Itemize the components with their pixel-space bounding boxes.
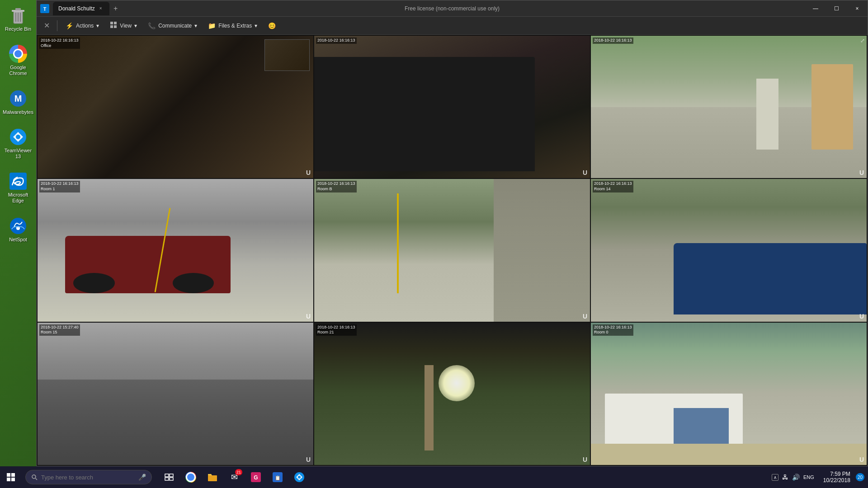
desktop-icon-chrome[interactable]: Google Chrome [1,43,35,78]
tab-close-button[interactable]: × [98,5,104,12]
cam-3-timestamp: 2018-10-22 16:16:13 [593,38,633,44]
edge-icon [9,172,27,190]
svg-rect-18 [114,25,117,28]
desktop-icon-recycle-bin[interactable]: Recycle Bin [1,5,35,34]
svg-rect-2 [15,8,21,10]
cam-1-inset [264,39,310,71]
cam-9-logo: U [859,456,864,463]
smiley-button[interactable]: 😊 [264,19,280,33]
cam-2-logo: U [583,169,587,176]
taskbar: 🎤 ✉ 21 [0,466,868,488]
cam-3-expand[interactable]: ⤢ [860,38,865,44]
camera-cell-1[interactable]: 2018-10-22 16:16:13Office U [38,36,313,178]
minimize-button[interactable]: — [805,0,826,17]
communicate-button[interactable]: 📞 Communicate ▾ [143,19,202,33]
taskbar-mail[interactable]: ✉ 21 [224,467,244,487]
camera-cell-7[interactable]: 2018-10-22 15:27:40Room 15 U [38,323,313,465]
desktop-icon-netspot[interactable]: NetSpot [1,215,35,244]
search-bar[interactable]: 🎤 [25,470,152,484]
taskbar-apps: ✉ 21 G 📋 [159,467,309,487]
camera-cell-8[interactable]: 2018-10-22 16:16:13Room 21 U [314,323,590,465]
recycle-bin-icon [9,6,27,24]
app5-icon: 📋 [273,472,283,482]
taskbar-teamviewer-icon [294,472,304,482]
cam-9-room: Room 0 [594,330,609,334]
cam-6-room: Room 14 [594,187,611,191]
mic-icon[interactable]: 🎤 [138,474,146,481]
taskbar-chrome[interactable] [181,467,201,487]
svg-text:M: M [14,94,22,103]
svg-point-9 [16,135,20,139]
svg-point-11 [10,218,26,234]
taskbar-app4[interactable]: G [246,467,266,487]
teamviewer-icon [9,128,27,146]
camera-cell-3[interactable]: 2018-10-22 16:16:13 U ⤢ [591,36,867,178]
cam-4-logo: U [306,313,311,320]
cam-4-room: Room 1 [41,187,55,191]
notification-badge[interactable]: 20 [856,473,864,481]
svg-text:G: G [254,474,258,481]
cam-1-timestamp: 2018-10-22 16:16:13Office [39,38,80,49]
taskbar-explorer[interactable] [203,467,222,487]
actions-label: Actions [76,23,94,29]
desktop-icon-edge[interactable]: Microsoft Edge [1,170,35,206]
clock-date: 10/22/2018 [823,477,850,483]
task-view-icon [165,474,174,481]
new-tab-button[interactable]: + [110,3,121,14]
actions-button[interactable]: ⚡ Actions ▾ [61,19,104,33]
svg-rect-21 [7,478,10,481]
svg-rect-29 [208,475,217,481]
tab-donald-schultz[interactable]: Donald Schultz × [53,2,109,15]
tray-keyboard-icon[interactable]: ENG [803,474,814,480]
view-arrow: ▾ [134,23,137,29]
maximize-button[interactable]: ☐ [826,0,847,17]
camera-cell-2[interactable]: 2018-10-22 16:16:13 U [314,36,590,178]
files-label: Files & Extras [218,23,252,29]
clock[interactable]: 7:59 PM 10/22/2018 [820,471,854,483]
cam-8-logo: U [583,456,587,463]
tray-expand-icon[interactable]: ∧ [772,474,778,481]
recycle-bin-label: Recycle Bin [5,26,31,32]
files-button[interactable]: 📁 Files & Extras ▾ [203,19,262,33]
desktop-icon-malwarebytes[interactable]: M Malwarebytes [1,88,35,117]
camera-cell-4[interactable]: 2018-10-22 16:16:13Room 1 U [38,179,313,321]
cam-5-room: Room B [317,187,332,191]
camera-cell-9[interactable]: 2018-10-22 16:16:13Room 0 U [591,323,867,465]
tray-volume-icon[interactable]: 🔊 [792,474,800,481]
search-input[interactable] [41,474,135,481]
app-logo: T [40,4,49,13]
chrome-label: Google Chrome [3,65,33,76]
svg-rect-22 [11,478,15,481]
actions-arrow: ▾ [96,23,99,29]
camera-cell-6[interactable]: 2018-10-22 16:16:13Room 14 U [591,179,867,321]
tray-network-icon[interactable]: 🖧 [782,474,788,481]
netspot-icon [9,217,27,235]
cam-1-logo: U [306,169,311,176]
cam-6-timestamp: 2018-10-22 16:16:13Room 14 [593,181,633,192]
svg-rect-28 [170,478,173,480]
camera-cell-5[interactable]: 2018-10-22 16:16:13Room B U [314,179,590,321]
files-icon: 📁 [208,22,216,29]
chrome-icon [9,45,27,63]
task-view-button[interactable] [159,467,179,487]
mail-badge: 21 [235,469,242,475]
cam-8-room: Room 21 [317,330,334,334]
toolbar-close-icon[interactable]: ✕ [40,19,53,32]
taskbar-teamviewer[interactable] [289,467,309,487]
svg-rect-25 [165,474,169,477]
taskbar-app5[interactable]: 📋 [268,467,288,487]
view-button[interactable]: View ▾ [105,19,142,33]
svg-rect-27 [165,478,169,480]
search-icon [31,474,38,480]
tab-label: Donald Schultz [58,5,95,12]
svg-point-23 [32,475,36,479]
cam-8-timestamp: 2018-10-22 16:16:13Room 21 [316,324,357,336]
desktop-icon-teamviewer[interactable]: TeamViewer 13 [1,126,35,161]
window-controls: — ☐ × [805,0,868,17]
close-button[interactable]: × [847,0,868,17]
cam-5-logo: U [583,313,587,320]
clock-time: 7:59 PM [823,471,850,477]
desktop-icons-container: Recycle Bin Google Chrome M Malwarebytes… [0,0,36,244]
tray-icons: ∧ 🖧 🔊 ENG [768,466,818,488]
start-button[interactable] [0,466,22,488]
